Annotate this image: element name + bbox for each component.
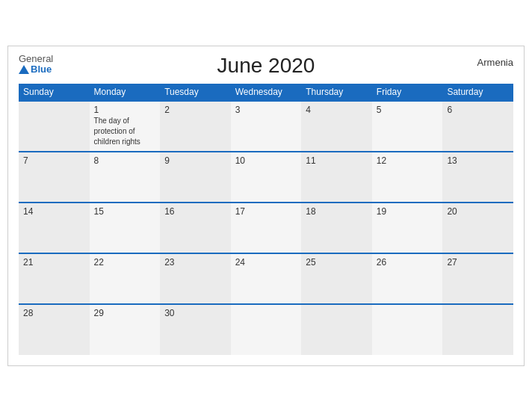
day-number: 30 xyxy=(164,308,226,318)
day-number: 13 xyxy=(447,155,509,166)
day-cell: 8 xyxy=(90,152,161,203)
week-row-2: 78910111213 xyxy=(19,152,513,203)
day-number: 7 xyxy=(23,155,85,166)
day-cell: 13 xyxy=(442,152,513,203)
day-number: 24 xyxy=(235,257,297,268)
day-cell: 29 xyxy=(90,304,161,355)
day-cell: 12 xyxy=(372,152,443,203)
day-number: 8 xyxy=(94,155,156,166)
day-number: 23 xyxy=(164,257,226,268)
day-cell: 3 xyxy=(231,101,302,152)
calendar-title: June 2020 xyxy=(217,54,315,78)
day-cell: 27 xyxy=(442,253,513,304)
day-number: 20 xyxy=(447,206,509,217)
day-cell: 30 xyxy=(160,304,231,355)
day-number: 26 xyxy=(377,257,439,268)
header-friday: Friday xyxy=(372,84,443,101)
day-cell: 18 xyxy=(301,203,372,253)
day-number: 21 xyxy=(23,257,85,268)
day-number: 28 xyxy=(23,308,85,318)
day-cell: 4 xyxy=(301,101,372,152)
day-cell: 24 xyxy=(231,253,302,304)
calendar-header: Sunday Monday Tuesday Wednesday Thursday… xyxy=(19,84,513,101)
day-number: 17 xyxy=(235,206,297,217)
day-number: 2 xyxy=(164,105,226,115)
day-number: 27 xyxy=(447,257,509,268)
day-number: 16 xyxy=(164,206,226,217)
day-number: 1 xyxy=(94,105,156,115)
day-number: 3 xyxy=(235,105,297,115)
day-cell: 5 xyxy=(372,101,443,152)
day-number: 29 xyxy=(94,308,156,318)
day-number: 9 xyxy=(164,155,226,166)
header-monday: Monday xyxy=(90,84,161,101)
header: General Blue June 2020 Armenia xyxy=(19,54,513,78)
day-cell: 6 xyxy=(442,101,513,152)
day-cell: 9 xyxy=(160,152,231,203)
day-number: 10 xyxy=(235,155,297,166)
country-label: Armenia xyxy=(477,57,513,68)
header-sunday: Sunday xyxy=(19,84,90,101)
day-cell: 14 xyxy=(19,203,90,253)
day-number: 14 xyxy=(23,206,85,217)
day-number: 25 xyxy=(306,257,368,268)
day-number: 6 xyxy=(447,105,509,115)
week-row-3: 14151617181920 xyxy=(19,203,513,253)
day-number: 22 xyxy=(94,257,156,268)
logo: General Blue xyxy=(19,54,53,75)
day-number: 18 xyxy=(306,206,368,217)
day-number: 12 xyxy=(377,155,439,166)
day-number: 11 xyxy=(306,155,368,166)
day-cell: 21 xyxy=(19,253,90,304)
header-saturday: Saturday xyxy=(442,84,513,101)
day-cell: 23 xyxy=(160,253,231,304)
day-cell: 7 xyxy=(19,152,90,203)
day-cell: 22 xyxy=(90,253,161,304)
day-cell xyxy=(231,304,302,355)
day-number: 4 xyxy=(306,105,368,115)
day-cell: 16 xyxy=(160,203,231,253)
day-cell xyxy=(301,304,372,355)
day-cell xyxy=(442,304,513,355)
day-cell: 19 xyxy=(372,203,443,253)
day-cell: 17 xyxy=(231,203,302,253)
week-row-4: 21222324252627 xyxy=(19,253,513,304)
event-label: The day of protection of children rights xyxy=(94,117,140,146)
week-row-1: 1The day of protection of children right… xyxy=(19,101,513,152)
day-cell: 28 xyxy=(19,304,90,355)
day-cell: 10 xyxy=(231,152,302,203)
calendar-body: 1The day of protection of children right… xyxy=(19,101,513,355)
day-cell: 20 xyxy=(442,203,513,253)
day-number: 5 xyxy=(377,105,439,115)
day-cell: 26 xyxy=(372,253,443,304)
logo-general-text: General xyxy=(19,54,53,64)
day-cell: 1The day of protection of children right… xyxy=(90,101,161,152)
logo-triangle-icon xyxy=(19,65,29,74)
day-cell xyxy=(19,101,90,152)
calendar-table: Sunday Monday Tuesday Wednesday Thursday… xyxy=(19,84,513,355)
header-wednesday: Wednesday xyxy=(231,84,302,101)
calendar-container: General Blue June 2020 Armenia Sunday Mo… xyxy=(7,46,525,366)
header-tuesday: Tuesday xyxy=(160,84,231,101)
logo-blue-text: Blue xyxy=(19,64,53,75)
day-number: 19 xyxy=(377,206,439,217)
header-thursday: Thursday xyxy=(301,84,372,101)
day-cell: 2 xyxy=(160,101,231,152)
day-cell: 25 xyxy=(301,253,372,304)
day-cell xyxy=(372,304,443,355)
days-header-row: Sunday Monday Tuesday Wednesday Thursday… xyxy=(19,84,513,101)
day-cell: 11 xyxy=(301,152,372,203)
day-cell: 15 xyxy=(90,203,161,253)
day-number: 15 xyxy=(94,206,156,217)
week-row-5: 282930 xyxy=(19,304,513,355)
